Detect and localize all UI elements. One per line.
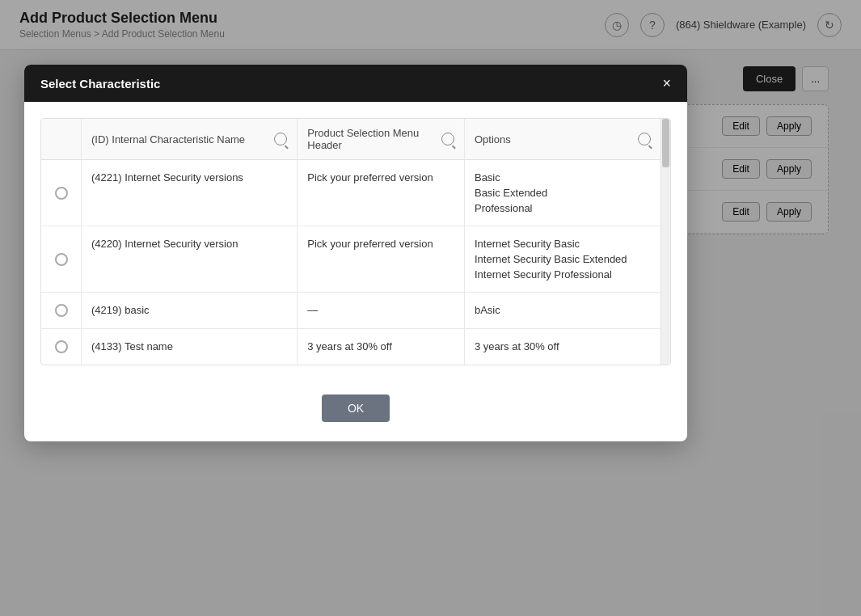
options-4220: Internet Security Basic Internet Securit… <box>465 226 661 292</box>
header-radio <box>41 119 82 159</box>
radio-btn-4219[interactable] <box>55 304 68 317</box>
table-header-row: (ID) Internal Characteristic Name Produc… <box>41 119 661 160</box>
option-4133-1: 3 years at 30% off <box>475 340 559 352</box>
table-row-4219: (4219) basic — bAsic <box>41 293 661 329</box>
radio-4221[interactable] <box>41 160 82 226</box>
header-menu-header: Product Selection Menu Header <box>298 119 465 159</box>
options-list-4133: 3 years at 30% off <box>475 340 559 352</box>
search-header-icon[interactable] <box>441 133 454 146</box>
options-4221: Basic Basic Extended Professional <box>465 160 661 226</box>
table-main: (ID) Internal Characteristic Name Produc… <box>41 119 661 365</box>
radio-4220[interactable] <box>41 226 82 292</box>
options-list-4221: Basic Basic Extended Professional <box>475 171 547 214</box>
table-scrollbar[interactable] <box>661 119 670 365</box>
modal-header: Select Characteristic × <box>24 65 687 102</box>
name-4220: (4220) Internet Security version <box>82 226 298 292</box>
option-4220-2: Internet Security Basic Extended <box>475 253 627 265</box>
table-row-4133: (4133) Test name 3 years at 30% off 3 ye… <box>41 329 661 365</box>
option-4220-1: Internet Security Basic <box>475 238 627 250</box>
scroll-track <box>661 119 670 365</box>
search-name-icon[interactable] <box>274 133 287 146</box>
scroll-thumb[interactable] <box>662 119 669 167</box>
name-4221: (4221) Internet Security versions <box>82 160 298 226</box>
header-options-label: Options <box>475 133 511 146</box>
header-options: Options <box>465 119 661 159</box>
modal-title: Select Characteristic <box>40 77 160 91</box>
header-name: (ID) Internal Characteristic Name <box>82 119 298 159</box>
select-characteristic-modal: Select Characteristic × (ID) Internal Ch… <box>24 65 687 441</box>
header-4221: Pick your preferred version <box>298 160 465 226</box>
characteristic-table-wrapper: (ID) Internal Characteristic Name Produc… <box>40 118 671 365</box>
table-row-4221: (4221) Internet Security versions Pick y… <box>41 160 661 226</box>
name-4219: (4219) basic <box>82 293 298 328</box>
header-4220: Pick your preferred version <box>298 226 465 292</box>
modal-body: (ID) Internal Characteristic Name Produc… <box>24 102 687 382</box>
ok-button[interactable]: OK <box>322 394 390 422</box>
table-row-4220: (4220) Internet Security version Pick yo… <box>41 226 661 293</box>
header-name-label: (ID) Internal Characteristic Name <box>91 133 245 146</box>
option-4221-3: Professional <box>475 202 547 214</box>
header-menu-header-label: Product Selection Menu Header <box>307 127 441 151</box>
radio-btn-4133[interactable] <box>55 340 68 353</box>
table-inner: (ID) Internal Characteristic Name Produc… <box>41 119 670 365</box>
options-list-4220: Internet Security Basic Internet Securit… <box>475 238 627 281</box>
header-4133: 3 years at 30% off <box>298 329 465 365</box>
option-4219-1: bAsic <box>475 304 500 316</box>
option-4221-2: Basic Extended <box>475 187 547 199</box>
modal-close-button[interactable]: × <box>662 76 671 91</box>
radio-btn-4221[interactable] <box>55 187 68 200</box>
radio-btn-4220[interactable] <box>55 253 68 266</box>
options-4133: 3 years at 30% off <box>465 329 661 365</box>
option-4220-3: Internet Security Professional <box>475 268 627 281</box>
options-4219: bAsic <box>465 293 661 328</box>
options-list-4219: bAsic <box>475 304 500 316</box>
radio-4133[interactable] <box>41 329 82 365</box>
search-options-icon[interactable] <box>638 133 651 146</box>
name-4133: (4133) Test name <box>82 329 298 365</box>
modal-footer: OK <box>24 382 687 441</box>
header-4219: — <box>298 293 465 328</box>
option-4221-1: Basic <box>475 171 547 184</box>
radio-4219[interactable] <box>41 293 82 328</box>
